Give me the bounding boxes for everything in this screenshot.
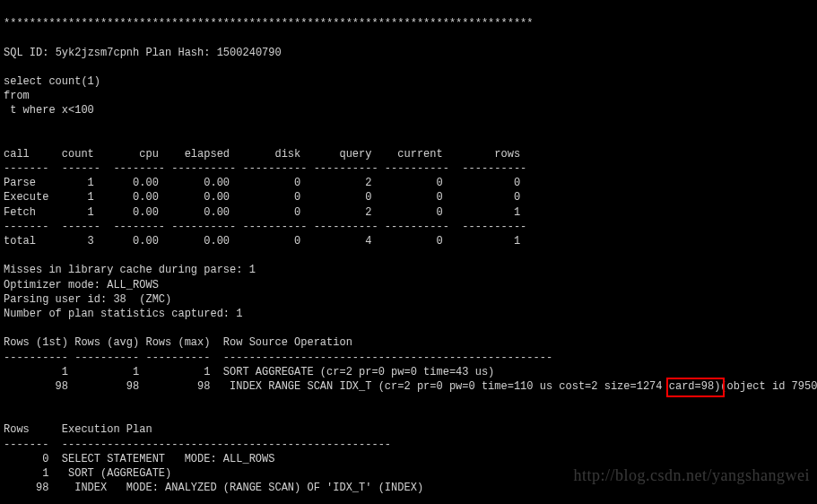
call-row-fetch: Fetch 1 0.00 0.00 0 2 0 1 (4, 206, 520, 219)
call-table-sep: ------- ------ -------- ---------- -----… (4, 162, 526, 175)
call-row-execute: Execute 1 0.00 0.00 0 0 0 0 (4, 191, 520, 204)
call-row-total: total 3 0.00 0.00 0 4 0 1 (4, 235, 520, 248)
query-line1: select count(1) (4, 75, 100, 88)
card-value: card=98) (669, 380, 721, 393)
call-table-sep2: ------- ------ -------- ---------- -----… (4, 221, 526, 233)
exec-plan-row1: 1 SORT (AGGREGATE) (4, 467, 171, 480)
row-source-row2: 98 98 98 INDEX RANGE SCAN IDX_T (cr=2 pr… (4, 380, 817, 393)
exec-plan-row0: 0 SELECT STATEMENT MODE: ALL_ROWS (4, 453, 274, 465)
misses-line: Misses in library cache during parse: 1 (4, 264, 256, 276)
exec-plan-header: Rows Execution Plan (4, 423, 152, 436)
call-row-parse: Parse 1 0.00 0.00 0 2 0 0 (4, 177, 520, 189)
call-table-header: call count cpu elapsed disk query curren… (4, 148, 520, 161)
row-source-row1: 1 1 1 SORT AGGREGATE (cr=2 pr=0 pw=0 tim… (4, 366, 494, 378)
exec-plan-sep: ------- --------------------------------… (4, 439, 391, 451)
row-source-header: Rows (1st) Rows (avg) Rows (max) Row Sou… (4, 336, 352, 349)
stars-top: ****************************************… (4, 17, 534, 30)
parsing-user-line: Parsing user id: 38 (ZMC) (4, 293, 171, 306)
row-source-sep: ---------- ---------- ---------- -------… (4, 352, 552, 364)
query-line2: from (4, 90, 30, 102)
terminal-output: ****************************************… (0, 0, 817, 504)
optimizer-line: Optimizer mode: ALL_ROWS (4, 279, 159, 291)
query-line3: t where x<100 (4, 104, 94, 117)
plan-stats-line: Number of plan statistics captured: 1 (4, 308, 242, 320)
sql-id-line: SQL ID: 5yk2jzsm7cpnh Plan Hash: 1500240… (4, 47, 282, 59)
watermark-text: http://blog.csdn.net/yangshangwei (574, 465, 810, 486)
exec-plan-row2: 98 INDEX MODE: ANALYZED (RANGE SCAN) OF … (4, 482, 423, 494)
